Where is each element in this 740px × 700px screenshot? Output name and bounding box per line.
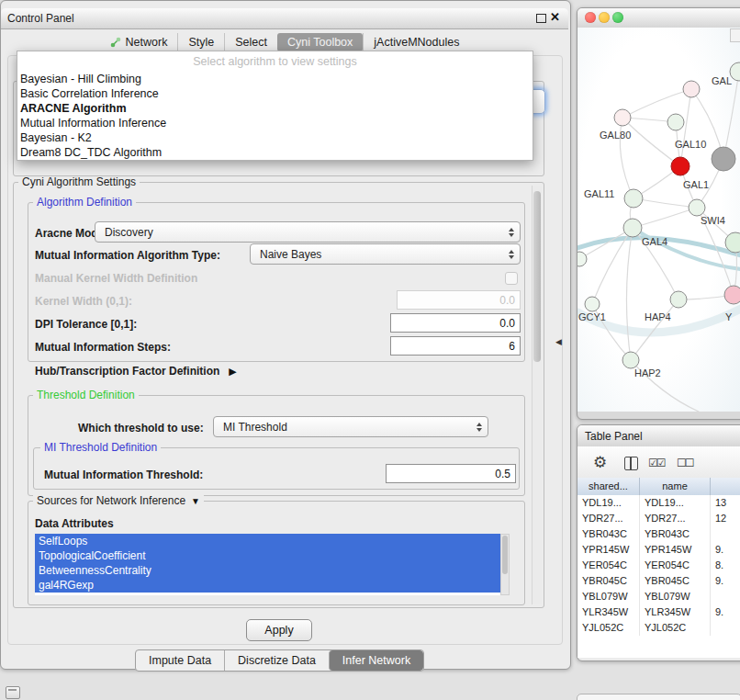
table-row[interactable]: YDR27...YDR27...12 — [577, 511, 740, 526]
attribute-list-scrollbar[interactable] — [500, 534, 510, 595]
network-edge[interactable] — [626, 228, 633, 360]
table-row[interactable]: YBL079WYBL079W — [577, 589, 740, 604]
table-cell: YBR043C — [577, 526, 640, 542]
tab-label: Style — [188, 36, 214, 49]
bottom-tab-discretize-data[interactable]: Discretize Data — [224, 650, 329, 671]
attribute-item[interactable]: BetweennessCentrality — [35, 563, 500, 578]
network-edge[interactable] — [633, 208, 697, 228]
column-header[interactable] — [711, 478, 740, 495]
network-node[interactable] — [667, 114, 684, 130]
network-node-gal80[interactable] — [614, 109, 631, 126]
table-cell: YLR345W — [577, 604, 640, 620]
table-row[interactable]: YPR145WYPR145W9. — [577, 542, 740, 558]
network-node-label: GAL10 — [675, 139, 706, 150]
network-node-hap4[interactable] — [670, 291, 687, 308]
network-node-gal10[interactable] — [671, 157, 690, 175]
mi-type-value: Naive Bayes — [260, 248, 321, 261]
mi-type-select[interactable]: Naive Bayes — [250, 243, 521, 265]
table-cell: YDR27... — [577, 511, 640, 526]
network-node-y[interactable] — [724, 286, 740, 304]
table-cell: 13 — [711, 495, 740, 511]
algorithm-option[interactable]: Bayesian - Hill Climbing — [17, 72, 533, 86]
mi-steps-field[interactable] — [390, 336, 521, 356]
attribute-item[interactable]: SelfLoops — [35, 534, 500, 548]
table-row[interactable]: YBR043CYBR043C — [577, 526, 740, 542]
table-cell: YER054C — [577, 558, 640, 573]
which-threshold-select[interactable]: MI Threshold — [213, 416, 488, 437]
scrollbar-thumb[interactable] — [533, 191, 541, 362]
network-canvas[interactable]: GALGAL80GAL10GAL11GAL1SWI4GAL4GCY1HAP4YH… — [577, 28, 740, 412]
algorithm-option[interactable]: Mutual Information Inference — [17, 116, 533, 130]
settings-scrollbar[interactable] — [532, 186, 542, 604]
network-edge[interactable] — [622, 89, 691, 118]
apply-button[interactable]: Apply — [246, 619, 312, 641]
control-panel-titlebar[interactable] — [1, 8, 568, 29]
attribute-item[interactable]: gal4RGexp — [35, 578, 500, 593]
network-node[interactable] — [712, 147, 735, 171]
mac-minimize-button[interactable] — [599, 12, 610, 23]
tab-jactivemnodules[interactable]: jActiveMNodules — [363, 33, 469, 51]
network-node-hap2[interactable] — [622, 352, 639, 368]
combo-arrows-icon — [477, 423, 482, 432]
tab-style[interactable]: Style — [177, 33, 224, 51]
algorithm-option[interactable]: ARACNE Algorithm — [17, 101, 533, 116]
desktop: Control Panel ✕ NetworkStyleSelectCyni T… — [0, 0, 740, 700]
tab-network[interactable]: Network — [100, 33, 178, 51]
table-header: shared...name — [577, 478, 740, 496]
network-node-gal1[interactable] — [689, 199, 705, 216]
network-node-gal4[interactable] — [623, 219, 642, 237]
columns-icon[interactable] — [624, 457, 638, 470]
docked-panel-icon[interactable] — [6, 686, 20, 699]
mac-close-button[interactable] — [585, 12, 596, 23]
aracne-mode-select[interactable]: Discovery — [95, 221, 521, 243]
network-node[interactable] — [683, 81, 700, 97]
panel-collapse-icon[interactable]: ◀ — [555, 337, 562, 346]
bottom-tab-infer-network[interactable]: Infer Network — [329, 650, 423, 671]
float-window-icon[interactable] — [536, 14, 546, 23]
table-cell: YDR27... — [640, 511, 711, 526]
table-row[interactable]: YDL19...YDL19...13 — [577, 495, 740, 511]
algorithm-option[interactable]: Bayesian - K2 — [17, 130, 533, 145]
algorithm-option[interactable]: Basic Correlation Inference — [17, 86, 533, 101]
network-node-label: GAL — [712, 75, 732, 86]
sources-title: Sources for Network Inference — [37, 494, 185, 507]
dpi-tolerance-field[interactable] — [390, 313, 521, 333]
network-node-gal11[interactable] — [624, 189, 643, 208]
close-icon[interactable]: ✕ — [550, 10, 560, 24]
table-row[interactable]: YLR345WYLR345W9. — [577, 604, 740, 620]
table-row[interactable]: YBR045CYBR045C9. — [577, 573, 740, 589]
table-row[interactable]: YJL052CYJL052C — [577, 620, 740, 636]
tab-cyni-toolbox[interactable]: Cyni Toolbox — [277, 33, 363, 51]
table-cell: 9. — [711, 573, 740, 589]
mi-threshold-field[interactable] — [386, 464, 516, 483]
algorithm-dropdown-list: Bayesian - Hill ClimbingBasic Correlatio… — [17, 72, 533, 160]
bottom-tab-impute-data[interactable]: Impute Data — [136, 650, 224, 671]
table-cell: YPR145W — [577, 542, 640, 558]
attribute-item[interactable]: TopologicalCoefficient — [35, 548, 500, 563]
network-node[interactable] — [577, 252, 587, 266]
hub-definition-expander[interactable]: Hub/Transcription Factor Definition ▶ — [35, 365, 237, 378]
which-threshold-label: Which threshold to use: — [78, 422, 204, 435]
manual-kernel-checkbox[interactable] — [505, 272, 518, 285]
table-body: YDL19...YDL19...13YDR27...YDR27...12YBR0… — [577, 495, 740, 658]
aracne-mode-value: Discovery — [105, 226, 153, 239]
mac-zoom-button[interactable] — [612, 12, 623, 23]
algorithm-option[interactable]: Dream8 DC_TDC Algorithm — [17, 145, 533, 160]
clear-all-checkboxes-icon[interactable]: ☐☐ — [677, 457, 693, 469]
table-cell: YJL052C — [577, 620, 640, 636]
kernel-width-field[interactable] — [397, 290, 521, 310]
mi-type-label: Mutual Information Algorithm Type: — [35, 249, 220, 262]
gear-icon[interactable]: ⚙ — [593, 453, 607, 472]
column-header[interactable]: shared... — [577, 478, 640, 495]
threshold-definition-title: Threshold Definition — [33, 389, 139, 401]
table-cell: YLR345W — [640, 604, 711, 620]
network-node-gcy1[interactable] — [585, 297, 600, 311]
select-all-checkboxes-icon[interactable]: ☑☑ — [648, 457, 665, 469]
combo-arrows-icon — [509, 228, 514, 237]
sources-expander[interactable]: Sources for Network Inference▼ — [33, 494, 204, 507]
tab-select[interactable]: Select — [224, 33, 277, 51]
scrollbar-thumb[interactable] — [502, 536, 508, 574]
canvas-scroll-corner — [730, 28, 740, 42]
table-row[interactable]: YER054CYER054C8. — [577, 558, 740, 573]
column-header[interactable]: name — [640, 478, 711, 495]
